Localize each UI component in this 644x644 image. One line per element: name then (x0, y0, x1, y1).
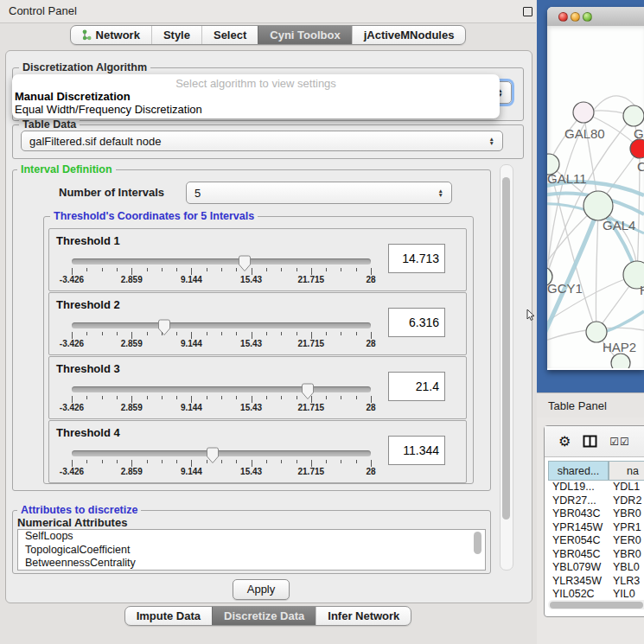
network-node-top-right[interactable] (623, 105, 644, 126)
threshold-value-field[interactable]: 14.713 (388, 244, 445, 273)
minimize-traffic-light-icon[interactable] (571, 12, 580, 22)
threshold-slider-track[interactable] (72, 450, 371, 456)
panel-scrollbar-thumb[interactable] (502, 177, 510, 520)
threshold-2-box: Threshold 2-3.4262.8599.14415.4321.71528… (48, 292, 467, 355)
table-data-combobox[interactable]: galFiltered.sif default node ▲▼ (21, 131, 503, 151)
network-node-GAL80[interactable] (573, 102, 594, 123)
number-of-intervals-value: 5 (194, 187, 201, 200)
table-row[interactable]: YER054CYER0 (548, 534, 644, 548)
tab-select[interactable]: Select (201, 26, 258, 44)
network-edge-bundle[interactable] (547, 209, 598, 337)
network-window: GAL80GAGAL11CGAL4GCY1HHAP2 (547, 7, 644, 370)
gear-icon[interactable]: ⚙ (558, 435, 571, 449)
algorithm-option-manual[interactable]: Manual Discretization (15, 90, 131, 103)
network-node-label: GAL11 (547, 171, 587, 186)
tab-cyni-toolbox[interactable]: Cyni Toolbox (258, 26, 351, 44)
number-of-intervals-combobox[interactable]: 5 ▲▼ (186, 182, 452, 204)
close-traffic-light-icon[interactable] (558, 12, 568, 22)
threshold-value-field[interactable]: 11.344 (388, 436, 445, 465)
control-panel-title: Control Panel (9, 0, 77, 22)
threshold-value-field[interactable]: 6.316 (388, 308, 445, 337)
number-of-intervals-label: Number of Intervals (59, 186, 164, 199)
network-node-label: GCY1 (547, 281, 583, 296)
table-cell: YBR043C (548, 507, 609, 521)
select-columns-icon[interactable]: ☑☑ (609, 435, 630, 449)
table-column-header[interactable]: na (609, 461, 644, 481)
table-column-header[interactable]: shared... (548, 461, 609, 481)
tab-jactivemnodules[interactable]: jActiveMNodules (352, 26, 466, 44)
table-row[interactable]: YDL19...YDL1 (548, 481, 644, 494)
table-row[interactable]: YBR043CYBR0 (548, 507, 644, 521)
network-window-titlebar[interactable] (547, 7, 644, 27)
attribute-item[interactable]: BetweennessCentrality (18, 557, 485, 571)
slider-ticks (72, 268, 371, 275)
table-cell: YDL19... (548, 481, 609, 494)
threshold-4-box: Threshold 4-3.4262.8599.14415.4321.71528… (48, 420, 467, 483)
panel-scrollbar-track[interactable] (500, 164, 513, 571)
threshold-value-field[interactable]: 21.4 (388, 372, 445, 401)
network-node-label: HAP2 (603, 340, 636, 354)
algorithm-placeholder-option[interactable]: Select algorithm to view settings (12, 77, 500, 90)
table-row[interactable]: YPR145WYPR1 (548, 521, 644, 535)
network-node-GAL4[interactable] (583, 191, 613, 220)
thresholds-group-title: Threshold's Coordinates for 5 Intervals (50, 210, 258, 222)
network-node-red-node[interactable] (630, 139, 644, 158)
combo-stepper-icon: ▲▼ (482, 137, 494, 145)
threshold-slider-track[interactable] (72, 386, 371, 392)
table-cell: YBR0 (609, 548, 644, 562)
attribute-item[interactable]: SelfLoops (18, 530, 485, 544)
tab-network[interactable]: Network (71, 26, 151, 44)
threshold-label: Threshold 4 (56, 426, 120, 439)
tab-infer-network[interactable]: Infer Network (316, 607, 411, 625)
attribute-item[interactable]: TopologicalCoefficient (18, 544, 485, 558)
tab-label: jActiveMNodules (364, 29, 455, 41)
float-window-icon[interactable] (523, 7, 532, 16)
slider-tick-labels: -3.4262.8599.14415.4321.71528 (72, 275, 371, 285)
table-hscrollbar-thumb[interactable] (550, 602, 643, 609)
tab-discretize-data[interactable]: Discretize Data (212, 607, 316, 625)
threshold-label: Threshold 2 (56, 298, 120, 311)
tab-label: Impute Data (137, 609, 201, 622)
table-toolbar: ⚙ ☑☑ (545, 426, 644, 457)
network-node-bottom[interactable] (611, 354, 630, 368)
table-cell: YDL1 (609, 481, 644, 494)
column-layout-icon[interactable] (583, 435, 597, 448)
table-cell: YDR27... (548, 494, 609, 508)
combo-stepper-icon: ▲▼ (431, 188, 443, 197)
threshold-label: Threshold 1 (56, 234, 120, 247)
table-cell: YBR0 (609, 507, 644, 521)
table-cell: YER054C (548, 534, 609, 548)
slider-ticks (72, 460, 371, 467)
table-row[interactable]: YBR045CYBR0 (548, 548, 644, 562)
network-node-label: GA (634, 126, 644, 141)
table-cell: YPR1 (609, 521, 644, 535)
attribute-browser: ⚙ ☑☑ shared...naYDL19...YDL1YDR27...YDR2… (544, 425, 644, 617)
tab-label: Style (163, 29, 190, 41)
table-hscrollbar-track[interactable] (548, 600, 644, 609)
tab-label: Discretize Data (224, 609, 304, 622)
attributes-group-title: Attributes to discretize (17, 504, 141, 516)
threshold-1-box: Threshold 1-3.4262.8599.14415.4321.71528… (48, 228, 467, 291)
numerical-attributes-list[interactable]: SelfLoopsTopologicalCoefficientBetweenne… (17, 529, 486, 571)
threshold-slider-track[interactable] (72, 258, 371, 265)
tab-impute-data[interactable]: Impute Data (125, 607, 212, 625)
table-row[interactable]: YLR345WYLR3 (548, 575, 644, 589)
network-edge[interactable] (596, 206, 598, 332)
algorithm-option-equal-width[interactable]: Equal Width/Frequency Discretization (15, 103, 202, 116)
discretization-algorithm-group-title: Discretization Algorithm (19, 61, 150, 73)
network-canvas[interactable]: GAL80GAGAL11CGAL4GCY1HHAP2 (547, 26, 644, 368)
tab-style[interactable]: Style (151, 26, 201, 44)
threshold-slider-track[interactable] (72, 322, 371, 328)
table-data-group-title: Table Data (19, 118, 80, 131)
table-cell: YBL0 (609, 561, 644, 575)
table-cell: YPR145W (548, 521, 609, 535)
table-row[interactable]: YBL079WYBL0 (548, 561, 644, 575)
table-cell: YBR045C (548, 548, 609, 562)
slider-tick-labels: -3.4262.8599.14415.4321.71528 (72, 467, 371, 477)
table-row[interactable]: YDR27...YDR2 (548, 494, 644, 508)
table-panel-title: Table Panel (548, 393, 607, 418)
apply-button[interactable]: Apply (233, 579, 290, 600)
attributes-list-scrollbar[interactable] (474, 532, 481, 554)
zoom-traffic-light-icon[interactable] (583, 12, 592, 22)
tab-label: Infer Network (328, 609, 399, 622)
